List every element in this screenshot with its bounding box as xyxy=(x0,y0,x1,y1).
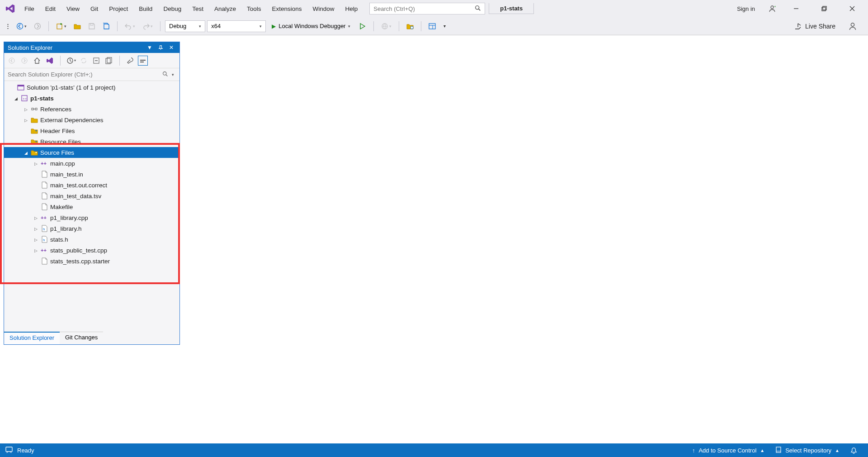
tree-solution-node[interactable]: Solution 'p1-stats' (1 of 1 project) xyxy=(4,82,179,93)
window-maximize-button[interactable] xyxy=(815,3,834,14)
expander-icon[interactable] xyxy=(32,215,39,220)
menu-analyze[interactable]: Analyze xyxy=(209,3,241,15)
se-show-all-files-button[interactable] xyxy=(104,56,114,66)
tree-file-node[interactable]: hp1_library.h xyxy=(4,223,179,234)
menu-window[interactable]: Window xyxy=(307,3,340,15)
status-notifications-button[interactable] xyxy=(845,447,863,454)
browser-link-button[interactable]: ▾ xyxy=(378,20,394,32)
chevron-down-icon[interactable]: ▾ xyxy=(170,72,176,77)
menu-project[interactable]: Project xyxy=(104,3,133,15)
main-toolbar: ⋮ ▾ ▾ ▾ ▾ Debug ▾ x64 ▾ ▶ Local Windows … xyxy=(0,17,868,35)
tree-source-files-node[interactable]: Source Files xyxy=(4,147,179,158)
solution-explorer-search-input[interactable] xyxy=(8,71,160,78)
start-without-debugging-button[interactable] xyxy=(356,20,369,32)
tab-git-changes[interactable]: Git Changes xyxy=(60,332,103,344)
quick-launch-search[interactable] xyxy=(369,3,485,14)
expander-icon[interactable] xyxy=(32,248,39,253)
status-select-repository[interactable]: Select Repository ▲ xyxy=(770,447,845,454)
platform-combo[interactable]: x64 ▾ xyxy=(207,20,266,32)
panel-pin-icon[interactable] xyxy=(156,43,165,52)
expander-icon[interactable] xyxy=(32,226,39,231)
tree-file-node[interactable]: ++stats_public_test.cpp xyxy=(4,245,179,256)
tree-file-node[interactable]: main_test_data.tsv xyxy=(4,190,179,201)
expander-icon[interactable] xyxy=(12,96,19,101)
nav-forward-button[interactable] xyxy=(31,20,44,32)
svg-text:++: ++ xyxy=(23,97,27,101)
expander-icon[interactable] xyxy=(22,118,29,123)
solution-name-box[interactable]: p1-stats xyxy=(489,3,534,14)
menu-file[interactable]: File xyxy=(19,3,40,15)
menu-edit[interactable]: Edit xyxy=(40,3,61,15)
tree-file-node[interactable]: ++main.cpp xyxy=(4,158,179,169)
tree-file-node[interactable]: stats_tests.cpp.starter xyxy=(4,256,179,267)
tree-resource-files-node[interactable]: Resource Files xyxy=(4,136,179,147)
menu-help[interactable]: Help xyxy=(340,3,363,15)
se-preview-selected-button[interactable] xyxy=(138,56,148,66)
solution-explorer-titlebar[interactable]: Solution Explorer ▼ ✕ xyxy=(4,42,179,53)
account-icon[interactable]: + xyxy=(767,3,778,14)
svg-rect-43 xyxy=(776,447,781,452)
live-share-button[interactable]: Live Share xyxy=(794,23,835,30)
window-close-button[interactable] xyxy=(843,3,862,14)
tree-project-node[interactable]: ++ p1-stats xyxy=(4,93,179,104)
expander-icon[interactable] xyxy=(32,161,39,166)
status-output-icon[interactable] xyxy=(5,447,13,454)
se-switch-views-button[interactable] xyxy=(45,56,55,66)
se-properties-button[interactable] xyxy=(125,56,135,66)
tree-external-deps-label: External Dependencies xyxy=(40,117,104,124)
find-in-files-button[interactable] xyxy=(404,20,416,32)
se-back-button[interactable] xyxy=(7,56,17,66)
svg-point-20 xyxy=(22,58,27,63)
expander-icon[interactable] xyxy=(22,150,29,155)
window-layout-button[interactable] xyxy=(426,20,439,32)
tree-file-label: Makefile xyxy=(50,204,73,210)
se-forward-button[interactable] xyxy=(19,56,29,66)
se-collapse-all-button[interactable] xyxy=(91,56,101,66)
tree-file-node[interactable]: ++p1_library.cpp xyxy=(4,212,179,223)
workspace: Solution Explorer ▼ ✕ ▾ xyxy=(0,35,868,443)
expander-icon[interactable] xyxy=(32,237,39,242)
tree-references-node[interactable]: References xyxy=(4,104,179,114)
tab-solution-explorer[interactable]: Solution Explorer xyxy=(4,332,60,344)
svg-point-18 xyxy=(851,23,854,26)
menu-view[interactable]: View xyxy=(61,3,85,15)
save-button[interactable] xyxy=(85,20,98,32)
save-all-button[interactable] xyxy=(100,20,113,32)
menu-build[interactable]: Build xyxy=(133,3,158,15)
se-sync-button[interactable] xyxy=(79,56,89,66)
tree-file-node[interactable]: main_test.out.correct xyxy=(4,180,179,190)
menu-extensions[interactable]: Extensions xyxy=(267,3,307,15)
redo-button[interactable]: ▾ xyxy=(140,20,156,32)
menu-tools[interactable]: Tools xyxy=(241,3,267,15)
feedback-icon[interactable] xyxy=(847,21,858,32)
se-home-button[interactable] xyxy=(32,56,42,66)
menu-git[interactable]: Git xyxy=(85,3,104,15)
solution-tree[interactable]: Solution 'p1-stats' (1 of 1 project) ++ … xyxy=(4,81,179,332)
tree-header-files-node[interactable]: Header Files xyxy=(4,125,179,136)
solution-explorer-toolbar: ▾ xyxy=(4,53,179,68)
new-project-button[interactable]: ▾ xyxy=(53,20,69,32)
quick-launch-input[interactable] xyxy=(373,5,475,12)
nav-back-button[interactable]: ▾ xyxy=(14,20,29,32)
start-debugging-button[interactable]: ▶ Local Windows Debugger ▾ xyxy=(268,20,354,33)
expander-icon[interactable] xyxy=(22,107,29,112)
sign-in-link[interactable]: Sign in xyxy=(734,4,758,14)
panel-dropdown-icon[interactable]: ▼ xyxy=(145,43,154,52)
tree-file-node[interactable]: hstats.h xyxy=(4,234,179,245)
se-pending-changes-filter-button[interactable]: ▾ xyxy=(66,56,76,66)
svg-point-19 xyxy=(9,58,14,63)
window-minimize-button[interactable] xyxy=(787,3,806,14)
tree-file-node[interactable]: Makefile xyxy=(4,201,179,212)
panel-close-icon[interactable]: ✕ xyxy=(167,43,176,52)
solution-explorer-search[interactable]: ▾ xyxy=(4,68,179,81)
undo-button[interactable]: ▾ xyxy=(122,20,138,32)
toolbar-overflow-icon[interactable]: ▾ xyxy=(440,20,448,32)
tree-file-node[interactable]: main_test.in xyxy=(4,169,179,180)
menu-debug[interactable]: Debug xyxy=(158,3,187,15)
toolbar-grip-icon[interactable]: ⋮ xyxy=(4,20,12,32)
open-file-button[interactable] xyxy=(71,20,84,32)
tree-external-deps-node[interactable]: External Dependencies xyxy=(4,114,179,125)
config-combo[interactable]: Debug ▾ xyxy=(165,20,205,32)
menu-test[interactable]: Test xyxy=(187,3,209,15)
status-add-source-control[interactable]: ↑ Add to Source Control ▲ xyxy=(687,447,770,454)
